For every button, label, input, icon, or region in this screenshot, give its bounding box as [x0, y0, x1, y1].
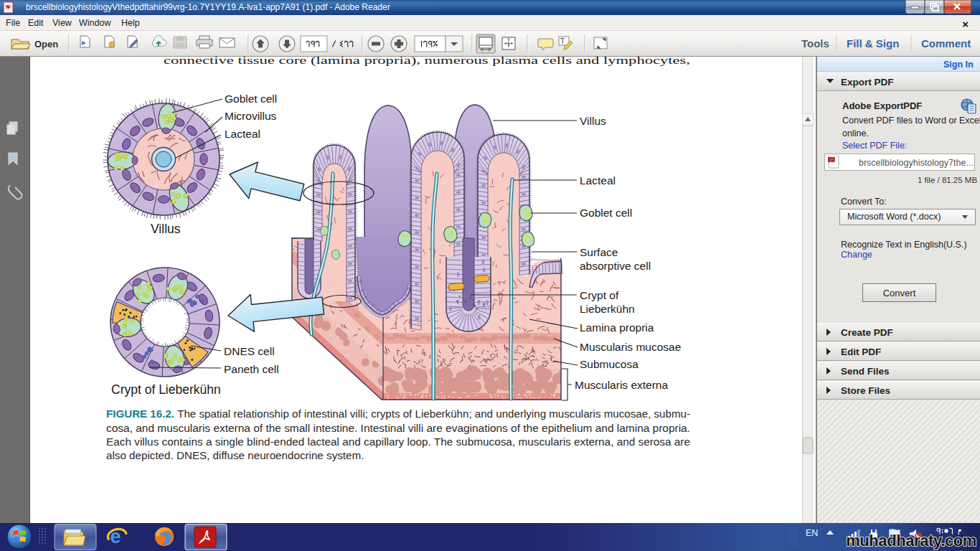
svg-text:Villus: Villus	[151, 222, 181, 236]
svg-text:Lacteal: Lacteal	[580, 174, 616, 187]
svg-text:Paneth cell: Paneth cell	[224, 363, 279, 375]
svg-text:Lacteal: Lacteal	[225, 128, 260, 140]
svg-text:Lieberkühn: Lieberkühn	[580, 303, 635, 315]
svg-text:Fill & Sign: Fill & Sign	[847, 37, 899, 50]
svg-text:Muscularis externa: Muscularis externa	[575, 379, 668, 391]
svg-text:FIGURE 16.2. The spatial relat: FIGURE 16.2. The spatial relationship of…	[106, 408, 690, 420]
svg-text:Microvillus: Microvillus	[225, 110, 277, 122]
svg-text:Crypt of: Crypt of	[580, 289, 619, 301]
svg-text:cosa, and muscularis externa o: cosa, and muscularis externa of the smal…	[106, 422, 690, 434]
svg-text:Submucosa: Submucosa	[580, 358, 639, 370]
svg-text:Open: Open	[34, 39, 58, 50]
svg-text:DNES cell: DNES cell	[224, 345, 275, 357]
svg-text:Villus: Villus	[580, 115, 606, 127]
svg-text:muhadharaty.com: muhadharaty.com	[846, 532, 976, 550]
svg-text:Lamina propria: Lamina propria	[580, 321, 654, 334]
svg-text:Tools: Tools	[801, 37, 829, 50]
svg-text:also depicted. DNES, diffuse n: also depicted. DNES, diffuse neuroendocr…	[106, 449, 364, 461]
svg-text:T: T	[560, 37, 565, 45]
svg-text:Goblet cell: Goblet cell	[225, 93, 277, 105]
svg-text:Goblet cell: Goblet cell	[580, 207, 632, 219]
svg-text:Surface: Surface	[580, 246, 618, 258]
svg-text:Each villus contains a single: Each villus contains a single blind-ende…	[106, 435, 690, 448]
svg-text:absorptive cell: absorptive cell	[580, 260, 651, 272]
svg-text:Crypt of Lieberkühn: Crypt of Lieberkühn	[111, 382, 221, 397]
svg-text:Comment: Comment	[921, 37, 971, 50]
svg-text:Muscularis mucosae: Muscularis mucosae	[580, 341, 681, 353]
svg-text:connective tissue core (lamina: connective tissue core (lamina propria),…	[164, 57, 690, 67]
